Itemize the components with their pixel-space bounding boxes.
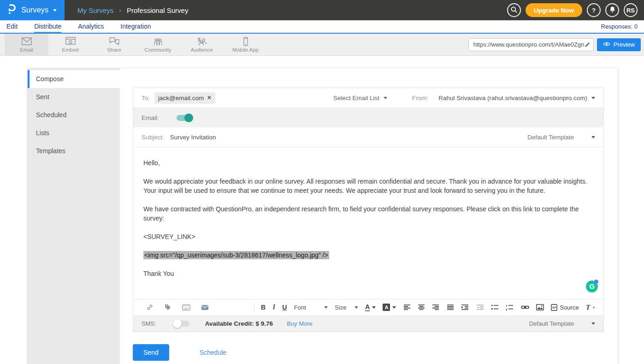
align-left-icon — [403, 304, 411, 310]
remove-recipient-icon[interactable]: × — [207, 95, 211, 101]
sms-toggle-label: SMS: — [142, 320, 156, 327]
search-icon — [510, 6, 518, 15]
help-button[interactable]: ? — [587, 3, 601, 17]
channel-audience[interactable]: $ Audience — [180, 34, 224, 55]
upgrade-now-button[interactable]: Upgrade Now — [526, 3, 582, 17]
channel-share[interactable]: Share — [92, 34, 136, 55]
grammarly-status-dot — [594, 280, 598, 284]
indent-icon — [461, 304, 469, 310]
grammarly-widget[interactable]: G — [586, 280, 598, 292]
sms-template-dropdown[interactable]: Default Template — [529, 320, 595, 327]
toolbar-divider — [254, 303, 254, 312]
email-distribution-card: Compose Sent Scheduled Lists Templates T… — [28, 68, 618, 364]
insert-keyboard-button[interactable] — [182, 304, 190, 310]
svg-text:2: 2 — [506, 308, 508, 311]
source-code-icon — [551, 304, 557, 311]
numbered-list-button[interactable]: 12 — [506, 304, 514, 310]
insert-email-footer-button[interactable] — [201, 304, 209, 310]
product-name: Surveys — [21, 6, 48, 14]
survey-nav-tabs: Edit Distribute Analytics Integration Re… — [0, 20, 644, 34]
avatar-initials: RS — [626, 7, 635, 14]
italic-button[interactable]: I — [273, 304, 275, 311]
align-left-button[interactable] — [403, 304, 411, 310]
sms-row: SMS: Available Credit: $ 9.76 Buy More D… — [133, 315, 603, 332]
toggle-knob — [184, 113, 193, 122]
survey-url-input[interactable] — [473, 41, 584, 48]
body-paragraph-2: We have contracted with QuestionPro, an … — [143, 204, 594, 223]
insert-tag-button[interactable] — [164, 304, 171, 311]
breadcrumb-my-surveys[interactable]: My Surveys — [77, 6, 113, 14]
email-icon — [21, 37, 32, 46]
tab-distribute[interactable]: Distribute — [34, 20, 61, 33]
available-credit: Available Credit: $ 9.76 — [205, 320, 273, 327]
chevron-down-icon — [392, 306, 396, 309]
channel-community[interactable]: Community — [136, 34, 180, 55]
send-button[interactable]: Send — [133, 344, 169, 361]
select-email-list-dropdown[interactable]: Select Email List — [333, 95, 387, 101]
source-button[interactable]: Source — [551, 304, 579, 311]
page-title: Professional Survey — [127, 6, 188, 14]
tab-analytics[interactable]: Analytics — [78, 20, 104, 33]
decrease-indent-button[interactable] — [476, 304, 484, 310]
chevron-down-icon — [384, 97, 387, 99]
background-color-button[interactable]: A — [383, 304, 396, 311]
sidebar-item-lists[interactable]: Lists — [28, 124, 120, 142]
from-section: From: Rahul Srivastava (rahul.srivastava… — [412, 95, 595, 101]
from-label: From: — [412, 95, 428, 101]
remove-format-button[interactable]: T× — [586, 304, 595, 311]
numbered-list-icon: 12 — [506, 304, 514, 310]
editor-format-group: B I U Font Size A A 12 — [261, 304, 597, 311]
bullet-list-icon — [491, 304, 499, 310]
align-center-button[interactable] — [418, 304, 425, 310]
edit-url-button[interactable] — [584, 42, 591, 48]
keyboard-icon — [182, 304, 190, 310]
align-right-button[interactable] — [432, 304, 439, 310]
channel-mobile-app[interactable]: Mobile App — [224, 34, 267, 55]
bold-button[interactable]: B — [261, 304, 266, 311]
preview-button[interactable]: Preview — [597, 38, 641, 51]
text-color-button[interactable]: A — [365, 304, 376, 311]
sidebar-item-templates[interactable]: Templates — [28, 142, 120, 160]
compose-actions: Send Schedule — [133, 344, 604, 361]
insert-link-button[interactable] — [521, 304, 529, 310]
email-toggle[interactable] — [177, 115, 192, 121]
justify-icon — [447, 304, 454, 310]
chevron-down-icon — [591, 322, 595, 325]
from-address-dropdown[interactable]: Rahul Srivastava (rahul.srivastava@quest… — [438, 95, 595, 101]
justify-button[interactable] — [447, 304, 454, 310]
increase-indent-button[interactable] — [461, 304, 469, 310]
email-template-dropdown[interactable]: Default Template — [527, 134, 595, 141]
channel-email[interactable]: Email — [5, 34, 48, 55]
user-avatar[interactable]: RS — [624, 3, 638, 17]
chevron-down-icon — [53, 9, 57, 12]
font-dropdown[interactable]: Font — [294, 304, 328, 311]
sidebar-item-compose[interactable]: Compose — [28, 70, 120, 88]
sidebar-item-sent[interactable]: Sent — [28, 88, 120, 106]
buy-more-link[interactable]: Buy More — [287, 320, 313, 327]
bulleted-list-button[interactable] — [491, 304, 499, 310]
insert-survey-link-button[interactable] — [146, 304, 154, 311]
subject-row: Subject: Survey Invitation Default Templ… — [133, 127, 603, 147]
insert-image-button[interactable] — [536, 304, 544, 310]
image-icon — [536, 304, 544, 310]
selected-image-tag: <img src="/qp_userimages/sub-3/2818617/w… — [143, 251, 329, 259]
size-dropdown[interactable]: Size — [335, 304, 358, 311]
search-button[interactable] — [507, 3, 521, 17]
outdent-icon — [476, 304, 484, 310]
tab-edit[interactable]: Edit — [6, 20, 18, 33]
align-right-icon — [432, 304, 439, 310]
compose-form: To: jack@email.com × Select Email List F… — [133, 88, 604, 332]
product-switcher[interactable]: Surveys — [0, 0, 65, 20]
subject-input[interactable]: Survey Invitation — [170, 134, 216, 141]
email-body-editor[interactable]: Hello, We would appreciate your feedback… — [133, 147, 603, 299]
recipient-chip[interactable]: jack@email.com × — [154, 92, 215, 104]
sidebar-item-scheduled[interactable]: Scheduled — [28, 106, 120, 124]
notifications-button[interactable] — [605, 3, 619, 17]
underline-button[interactable]: U — [282, 304, 287, 311]
sms-toggle[interactable] — [174, 321, 189, 327]
responses-count[interactable]: Responses: 0 — [601, 20, 638, 33]
channel-embed[interactable]: Embed — [48, 34, 92, 55]
tab-integration[interactable]: Integration — [120, 20, 151, 33]
schedule-link[interactable]: Schedule — [200, 349, 226, 356]
pencil-icon — [584, 42, 591, 48]
